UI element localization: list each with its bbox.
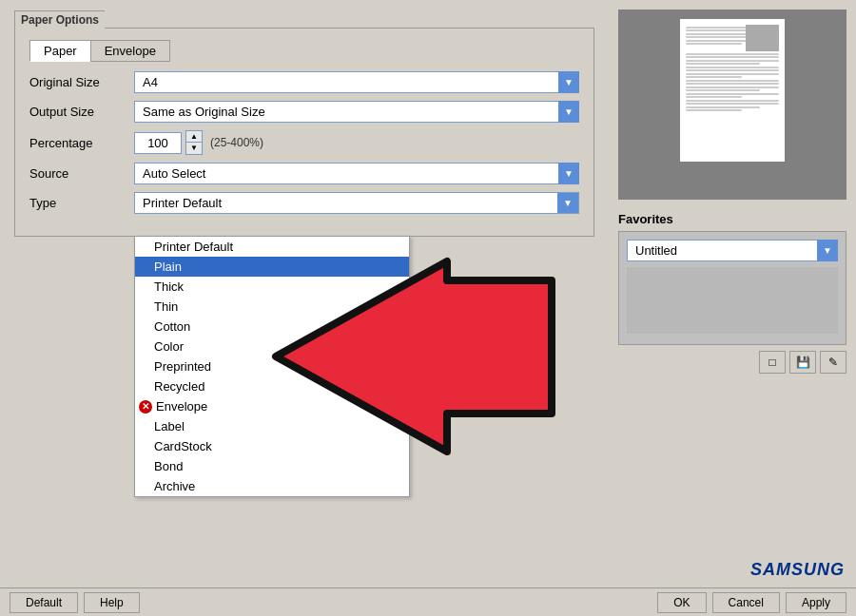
paper-options-box: Paper Envelope Original Size A4 Output S… xyxy=(14,28,594,237)
type-dropdown-overlay: Printer Default Plain Thick Thin Cotton … xyxy=(134,236,410,497)
dropdown-item-archive[interactable]: Archive xyxy=(135,476,409,496)
percentage-label: Percentage xyxy=(29,136,134,150)
dropdown-item-plain[interactable]: Plain xyxy=(135,257,409,277)
favorites-buttons: □ 💾 ✎ xyxy=(618,351,846,374)
output-size-select[interactable]: Same as Original Size xyxy=(134,101,579,123)
original-size-label: Original Size xyxy=(29,75,134,89)
preview-text-line xyxy=(686,69,779,71)
favorites-select[interactable]: Untitled xyxy=(627,240,838,261)
fav-save-btn[interactable]: 💾 xyxy=(789,351,816,374)
preview-text-line xyxy=(686,87,779,88)
document-preview xyxy=(680,19,785,162)
right-panel: Favorites Untitled □ 💾 ✎ SAMSUNG xyxy=(609,0,856,587)
dropdown-item-color[interactable]: Color xyxy=(135,337,409,356)
preview-image xyxy=(746,25,779,51)
dropdown-item-envelope[interactable]: ✕ Envelope xyxy=(135,396,409,416)
percentage-input-group: 100 ▲ ▼ (25-400%) xyxy=(134,130,263,155)
output-size-label: Output Size xyxy=(29,105,134,119)
preview-text-line xyxy=(686,96,742,98)
dropdown-item-bond[interactable]: Bond xyxy=(135,456,409,476)
original-size-select-wrapper: A4 xyxy=(134,71,579,93)
preview-text-line xyxy=(686,76,742,78)
dropdown-item-thin[interactable]: Thin xyxy=(135,297,409,317)
fav-edit-btn[interactable]: ✎ xyxy=(820,351,846,374)
dropdown-item-label[interactable]: Label xyxy=(135,416,409,436)
original-size-select[interactable]: A4 xyxy=(134,71,579,93)
type-selected-text: Printer Default xyxy=(135,193,557,213)
output-size-row: Output Size Same as Original Size xyxy=(29,101,579,123)
output-size-select-wrapper: Same as Original Size xyxy=(134,101,579,123)
document-preview-area xyxy=(618,10,846,200)
preview-text-line xyxy=(686,53,779,55)
dropdown-item-recycled[interactable]: Recycled xyxy=(135,376,409,396)
preview-text-line xyxy=(686,56,779,58)
envelope-error-icon: ✕ xyxy=(139,400,152,414)
original-size-row: Original Size A4 xyxy=(29,71,579,93)
source-select[interactable]: Auto Select xyxy=(134,163,579,184)
favorites-content: Untitled xyxy=(618,231,846,345)
percentage-up-btn[interactable]: ▲ xyxy=(186,131,202,143)
percentage-input[interactable]: 100 xyxy=(134,132,182,154)
preview-text-line xyxy=(686,93,779,95)
cancel-button[interactable]: Cancel xyxy=(712,592,780,613)
source-select-wrapper: Auto Select xyxy=(134,163,579,184)
preview-text-line xyxy=(686,106,760,108)
preview-text-line xyxy=(686,109,742,111)
favorites-section: Favorites Untitled □ 💾 ✎ xyxy=(618,212,846,374)
preview-text-line xyxy=(686,89,760,91)
preview-text-line xyxy=(686,63,760,65)
favorites-empty-area xyxy=(627,267,838,334)
tabs-row: Paper Envelope xyxy=(29,40,579,62)
bottom-bar: Default Help OK Cancel Apply xyxy=(0,587,856,616)
section-title: Paper Options xyxy=(14,10,105,29)
favorites-title: Favorites xyxy=(618,212,846,226)
tab-envelope[interactable]: Envelope xyxy=(90,40,170,62)
fav-add-btn[interactable]: □ xyxy=(759,351,786,374)
percentage-row: Percentage 100 ▲ ▼ (25-400%) xyxy=(29,130,579,155)
type-dropdown-arrow[interactable]: ▼ xyxy=(557,193,578,213)
source-label: Source xyxy=(29,166,134,181)
preview-text-line xyxy=(686,67,779,68)
percentage-hint: (25-400%) xyxy=(210,136,263,149)
percentage-down-btn[interactable]: ▼ xyxy=(186,143,202,154)
dropdown-item-thick[interactable]: Thick xyxy=(135,277,409,297)
type-row: Type Printer Default ▼ xyxy=(29,192,579,214)
type-select-box[interactable]: Printer Default ▼ xyxy=(134,192,579,214)
default-button[interactable]: Default xyxy=(10,592,78,613)
preview-text-line xyxy=(686,103,779,105)
dropdown-item-cotton[interactable]: Cotton xyxy=(135,317,409,337)
preview-text-line xyxy=(686,43,742,45)
preview-text-line xyxy=(686,60,779,62)
apply-button[interactable]: Apply xyxy=(786,592,846,613)
preview-text-line xyxy=(686,73,779,75)
source-row: Source Auto Select xyxy=(29,163,579,184)
type-label: Type xyxy=(29,196,134,210)
dropdown-item-cardstock[interactable]: CardStock xyxy=(135,436,409,456)
samsung-logo: SAMSUNG xyxy=(750,560,845,580)
help-button[interactable]: Help xyxy=(84,592,140,613)
bottom-left-buttons: Default Help xyxy=(10,592,140,613)
preview-text-line xyxy=(686,83,779,85)
percentage-spinner: ▲ ▼ xyxy=(185,130,203,155)
preview-text-line xyxy=(686,80,779,82)
tab-paper[interactable]: Paper xyxy=(29,40,90,62)
favorites-select-wrapper: Untitled xyxy=(627,240,838,261)
dropdown-item-preprinted[interactable]: Preprinted xyxy=(135,356,409,376)
dropdown-item-printer-default[interactable]: Printer Default xyxy=(135,237,409,257)
preview-text-line xyxy=(686,100,779,102)
bottom-right-buttons: OK Cancel Apply xyxy=(657,592,846,613)
ok-button[interactable]: OK xyxy=(657,592,706,613)
